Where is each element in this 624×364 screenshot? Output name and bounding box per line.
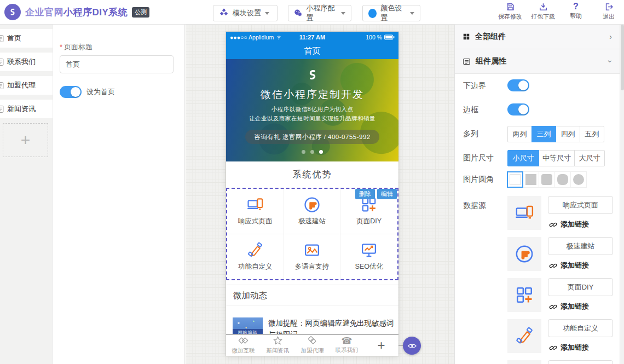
set-home-label: 设为首页 [86,87,115,97]
help-button[interactable]: ? 帮助 [564,2,588,21]
chevron-down-icon [410,12,414,15]
chain-link-icon [549,303,557,311]
sidebar-item-news[interactable]: 新闻资讯 [0,100,53,118]
bottom-border-toggle[interactable] [507,79,529,91]
responsive-icon [247,197,263,213]
carousel-dots[interactable] [302,150,323,154]
module-settings-label: 模块设置 [233,8,261,18]
border-label: 边框 [463,105,478,115]
datasource-item-partial [507,360,613,364]
chevron-down-icon [265,12,269,15]
page-title-label: *页面标题 [60,42,93,52]
radius-option-small-round[interactable] [539,171,555,188]
bottom-border-label: 下边界 [463,81,486,91]
sidebar-item-contact[interactable]: 联系我们 [0,53,53,71]
phone-tab-bar: 微加互联 新闻资讯 加盟代理 ☎ 联系我们 + [226,334,398,356]
cubes-icon [219,8,229,18]
grid-item-multilang[interactable]: 多语言支持 [284,234,341,280]
color-settings-menu[interactable]: 颜色设置 [362,5,420,21]
tab-agency[interactable]: 加盟代理 [295,334,330,356]
wifi-icon [276,34,282,41]
image-radius-options [507,171,587,188]
datasource-title-input[interactable] [548,319,613,337]
datasource-title-input[interactable] [548,360,613,364]
grid-item-fast-build[interactable]: 极速建站 [284,189,341,234]
add-link-button[interactable]: 添加链接 [549,302,589,311]
radius-option-none-selected[interactable] [507,171,523,188]
brand: 企业官网小程序DIY系统 公测 [4,4,149,20]
banner-cta-pill[interactable]: 咨询有礼 送官网小程序 / 400-0755-992 [245,130,379,144]
grid-item-custom-function[interactable]: 功能自定义 [227,234,284,280]
image-size-large[interactable]: 大尺寸 [574,150,605,166]
columns-option-2[interactable]: 两列 [507,126,532,142]
add-link-button[interactable]: 添加链接 [549,343,589,353]
save-icon [506,2,515,11]
sidebar-item-home[interactable]: 首页 [0,29,53,48]
columns-option-4[interactable]: 四列 [556,126,580,142]
carousel-dot[interactable] [310,150,314,154]
selection-badges: 删除 编辑 [355,189,397,199]
advantage-grid-component[interactable]: 响应式页面 极速建站 页面DIY 功能自定义 多语言支持 SEO优化 [226,188,398,280]
scrollbar-thumb[interactable] [621,25,624,90]
help-icon: ? [573,2,579,11]
grid-item-label: 响应式页面 [238,217,273,226]
scrollbar[interactable] [620,25,624,364]
radius-option-circle[interactable] [570,171,587,188]
sidebar-item-agency[interactable]: 加盟代理 [0,76,53,95]
tags-icon [307,336,317,346]
all-components-header[interactable]: 全部组件 › [455,25,620,49]
module-settings-menu[interactable]: 模块设置 [213,5,278,21]
banner-title: 微信小程序定制开发 [261,88,364,102]
save-button[interactable]: 保存修改 [498,2,522,21]
image-size-small-selected[interactable]: 小尺寸 [507,150,539,166]
radius-option-round[interactable] [554,171,571,188]
image-size-medium[interactable]: 中等尺寸 [539,150,575,166]
columns-option-3-selected[interactable]: 三列 [531,126,556,142]
page-title-input[interactable] [60,55,174,73]
tab-news[interactable]: 新闻资讯 [261,334,295,356]
download-icon [539,2,548,11]
sidebar-item-label: 首页 [7,33,21,43]
datasource-title-input[interactable] [548,237,613,255]
radius-option-square[interactable] [523,171,539,188]
add-link-label: 添加链接 [561,261,589,270]
datasource-item-responsive: 添加链接 [507,196,613,230]
tab-contact[interactable]: ☎ 联系我们 [330,334,364,356]
add-link-label: 添加链接 [561,343,589,353]
pencil-icon [507,319,541,353]
carousel-dot-active[interactable] [319,150,323,154]
star-icon [273,336,283,346]
component-props-header[interactable]: 组件属性 › [455,49,620,74]
news-thumbnail: 网站编辑 [233,317,263,336]
datasource-title-input[interactable] [548,196,613,214]
banner-carousel[interactable]: 微信小程序定制开发 小程序以微信8亿用户为切入点 让企业以及商家在短时间里实现提… [226,59,398,161]
datasource-title-input[interactable] [548,278,613,296]
telephone-icon: ☎ [342,336,353,345]
add-page-button[interactable]: + [3,123,48,157]
grid-item-seo[interactable]: SEO优化 [340,234,397,280]
beta-badge: 公测 [132,7,149,18]
download-package-button[interactable]: 打包下载 [531,2,555,21]
border-toggle[interactable] [507,103,529,115]
color-circle-icon [368,9,377,18]
set-home-toggle[interactable] [60,86,82,98]
grid-item-responsive[interactable]: 响应式页面 [227,189,284,234]
chevron-down-icon: › [606,60,615,63]
edit-badge-button[interactable]: 编辑 [377,189,397,199]
add-link-button[interactable]: 添加链接 [549,219,589,229]
datasource-icon-box [507,360,541,364]
tab-weijia-hulian[interactable]: 微加互联 [226,334,261,356]
preview-button[interactable] [403,337,421,355]
miniprogram-config-menu[interactable]: 小程序配置 [288,5,351,21]
news-section-title: 微加动态 [226,285,398,305]
pencil-icon [247,242,263,258]
columns-option-5[interactable]: 五列 [580,126,604,142]
banner-subtitle-1: 小程序以微信8亿用户为切入点 [271,106,353,113]
page-diy-icon [507,278,541,312]
exit-button[interactable]: 退出 [597,2,621,21]
carousel-dot[interactable] [302,150,305,154]
delete-badge-button[interactable]: 删除 [355,189,375,199]
add-link-label: 添加链接 [561,219,589,229]
tab-add[interactable]: + [364,334,398,356]
add-link-button[interactable]: 添加链接 [549,261,589,270]
